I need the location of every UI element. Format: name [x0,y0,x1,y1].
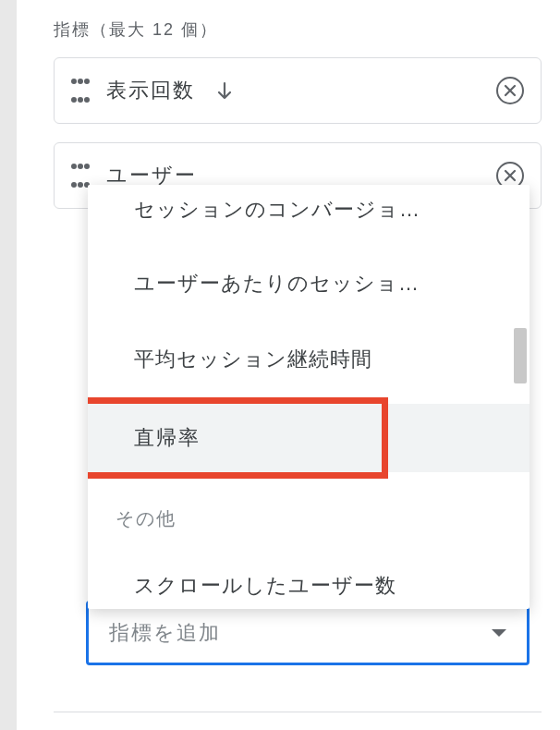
dropdown-item-label: 直帰率 [88,404,382,472]
caret-down-icon [492,629,506,637]
drag-handle-icon[interactable] [71,164,90,188]
dropdown-item-scrolled-users[interactable]: スクロールしたユーザー数 [88,541,530,609]
metric-label: 表示回数 [106,77,195,104]
drag-handle-icon[interactable] [71,79,90,103]
add-metric-button[interactable]: 指標を追加 [86,601,530,665]
left-rail [0,0,17,730]
remove-metric-button[interactable] [496,77,524,104]
hover-background [388,404,530,472]
dropdown-item-sessions-per-user[interactable]: ユーザーあたりのセッショ… [88,246,530,322]
arrow-down-icon[interactable] [213,79,236,102]
dropdown-item-bounce-rate[interactable]: 直帰率 [88,397,530,479]
divider [54,712,542,712]
dropdown-item-session-conversion[interactable]: セッションのコンバージョ… [88,185,530,246]
dropdown-item-avg-session-duration[interactable]: 平均セッション継続時間 [88,322,530,397]
metric-chip-impressions[interactable]: 表示回数 [54,57,542,124]
dropdown-category-other: その他 [88,479,530,541]
add-metric-placeholder: 指標を追加 [109,619,492,647]
metric-dropdown-panel: セッションのコンバージョ… ユーザーあたりのセッショ… 平均セッション継続時間 … [88,185,530,609]
section-header: 指標（最大 12 個） [54,18,542,41]
scrollbar-thumb[interactable] [514,328,527,383]
annotation-highlight-box: 直帰率 [88,397,388,479]
